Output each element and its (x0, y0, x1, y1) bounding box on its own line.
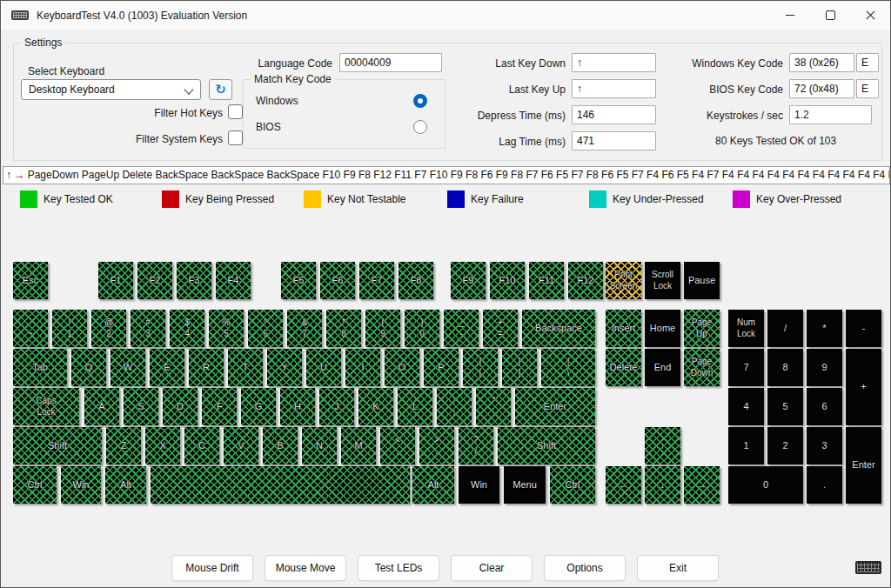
key-delete[interactable]: Delete (606, 349, 641, 386)
key-f5[interactable]: F5 (281, 262, 316, 299)
key-b[interactable]: B (263, 427, 298, 464)
keyboard-select[interactable]: Desktop Keyboard (21, 79, 201, 100)
bios-key-code-field[interactable] (789, 79, 854, 98)
key-u[interactable]: U (306, 349, 341, 386)
key-np8[interactable]: 8 (767, 349, 803, 386)
key-rbracket[interactable]: }] (502, 349, 537, 386)
key-menu[interactable]: Menu (504, 466, 546, 504)
mouse-move-button[interactable]: Mouse Move (265, 555, 346, 581)
key-alt-left[interactable]: Alt (105, 466, 146, 504)
key-a[interactable]: A (84, 388, 119, 425)
key-end[interactable]: End (645, 349, 680, 386)
key-7[interactable]: &7 (287, 310, 322, 347)
key-period[interactable]: >. (419, 427, 454, 464)
key-m[interactable]: M (341, 427, 376, 464)
key-w[interactable]: W (111, 349, 145, 386)
key-d[interactable]: D (163, 388, 198, 425)
options-button[interactable]: Options (544, 555, 626, 581)
key-np7[interactable]: 7 (728, 349, 764, 386)
key-quote[interactable]: "' (476, 388, 511, 425)
key-num-lock[interactable]: NumLock (728, 310, 764, 347)
key-c[interactable]: C (184, 427, 219, 464)
maximize-button[interactable] (810, 1, 850, 30)
key-f8[interactable]: F8 (399, 262, 433, 299)
key-np5[interactable]: 5 (767, 388, 803, 425)
key-x[interactable]: X (145, 427, 180, 464)
key-f6[interactable]: F6 (320, 262, 355, 299)
last-key-down-field[interactable] (572, 53, 656, 72)
language-code-field[interactable] (339, 53, 442, 72)
key-np6[interactable]: 6 (807, 388, 842, 425)
key-y[interactable]: Y (267, 349, 302, 386)
key-f12[interactable]: F12 (568, 262, 603, 299)
bios-key-extended-field[interactable] (856, 79, 879, 98)
key-esc[interactable]: Esc (13, 262, 48, 299)
filter-system-keys-checkbox[interactable] (228, 130, 243, 145)
key-2[interactable]: @2 (91, 310, 126, 347)
key-lbracket[interactable]: {[ (463, 349, 498, 386)
key-j[interactable]: J (319, 388, 354, 425)
key-np2[interactable]: 2 (767, 427, 803, 464)
key-r[interactable]: R (189, 349, 224, 386)
last-key-up-field[interactable] (572, 79, 656, 98)
key-e[interactable]: E (150, 349, 184, 386)
key-np-multiply[interactable]: * (807, 310, 842, 347)
key-0[interactable]: )0 (405, 310, 439, 347)
key-minus[interactable]: _- (444, 310, 479, 347)
key-backquote[interactable]: `~ (13, 310, 48, 347)
key-z[interactable]: Z (106, 427, 141, 464)
key-page-down[interactable]: PageDown (684, 349, 720, 386)
key-shift-left[interactable]: Shift (13, 427, 102, 464)
key-win-right[interactable]: Win (459, 466, 499, 504)
key-h[interactable]: H (280, 388, 315, 425)
key-6[interactable]: ^6 (248, 310, 283, 347)
key-ctrl-left[interactable]: Ctrl (13, 466, 57, 504)
key-4[interactable]: $4 (170, 310, 204, 347)
key-np-minus[interactable]: - (846, 310, 881, 347)
key-8[interactable]: *8 (326, 310, 361, 347)
refresh-keyboards-button[interactable]: ↻ (209, 79, 232, 100)
key-t[interactable]: T (228, 349, 263, 386)
key-comma[interactable]: <, (380, 427, 415, 464)
key-equals[interactable]: += (483, 310, 518, 347)
key-f[interactable]: F (202, 388, 237, 425)
key-i[interactable]: I (345, 349, 380, 386)
key-3[interactable]: #3 (131, 310, 165, 347)
key-np-plus[interactable]: + (846, 349, 881, 425)
exit-button[interactable]: Exit (637, 555, 719, 581)
key-np-enter[interactable]: Enter (846, 427, 881, 504)
key-f11[interactable]: F11 (529, 262, 564, 299)
keystrokes-per-sec-field[interactable] (789, 105, 872, 124)
key-backslash[interactable]: |\ (541, 349, 595, 386)
key-5[interactable]: %5 (209, 310, 244, 347)
key-o[interactable]: O (385, 349, 419, 386)
key-np3[interactable]: 3 (807, 427, 842, 464)
windows-key-extended-field[interactable] (856, 53, 879, 72)
key-insert[interactable]: Insert (606, 310, 641, 347)
key-shift-right[interactable]: Shift (498, 427, 595, 464)
depress-time-field[interactable] (572, 105, 656, 124)
key-f3[interactable]: F3 (177, 262, 211, 299)
key-1[interactable]: !1 (52, 310, 87, 347)
key-backspace[interactable]: Backspace (522, 310, 595, 347)
match-windows-radio[interactable] (413, 94, 427, 108)
key-enter[interactable]: Enter (515, 388, 595, 425)
key-f9[interactable]: F9 (451, 262, 486, 299)
key-ctrl-right[interactable]: Ctrl (550, 466, 595, 504)
windows-key-code-field[interactable] (789, 53, 854, 72)
clear-button[interactable]: Clear (451, 555, 533, 581)
test-leds-button[interactable]: Test LEDs (358, 555, 439, 581)
key-alt-right[interactable]: Alt (412, 466, 454, 504)
key-s[interactable]: S (124, 388, 158, 425)
key-np-decimal[interactable]: . (807, 466, 842, 504)
key-g[interactable]: G (241, 388, 276, 425)
key-f4[interactable]: F4 (216, 262, 251, 299)
key-tab[interactable]: Tab (13, 349, 67, 386)
close-button[interactable] (850, 1, 890, 30)
key-np1[interactable]: 1 (728, 427, 764, 464)
key-space[interactable] (151, 466, 410, 504)
key-scroll-lock[interactable]: ScrollLock (645, 262, 680, 299)
key-f2[interactable]: F2 (137, 262, 172, 299)
key-f7[interactable]: F7 (359, 262, 394, 299)
key-n[interactable]: N (302, 427, 337, 464)
